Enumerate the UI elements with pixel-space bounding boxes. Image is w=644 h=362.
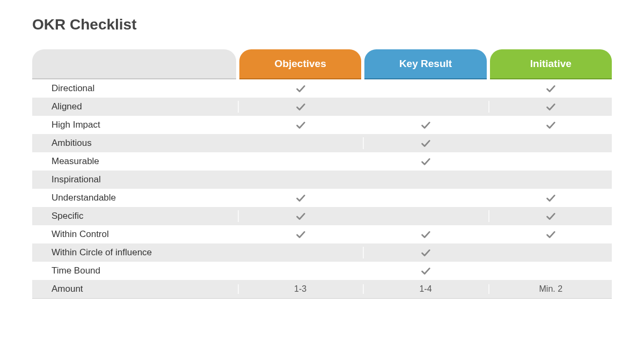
header-keyresult: Key Result [364,49,486,79]
row-label: Ambitious [32,138,236,149]
cell-initiative [490,228,612,240]
cell-objectives [239,119,361,131]
table-row: Directional [32,79,612,98]
cell-objectives [239,210,361,222]
row-label: Time Bound [32,265,236,276]
cell-initiative [490,119,612,131]
table-row: Measurable [32,152,612,171]
row-label: Aligned [32,101,236,112]
table-row: Within Control [32,225,612,243]
row-label: High Impact [32,120,236,130]
row-label: Within Circle of influence [32,247,236,258]
row-label: Measurable [32,156,236,167]
table-row: Understandable [32,189,612,207]
cell-keyresult [364,228,486,240]
cell-objectives [239,83,361,94]
row-label: Understandable [32,193,236,203]
table-row: Aligned [32,98,612,116]
cell-objectives: 1-3 [239,284,361,294]
page-title: OKR Checklist [32,16,612,33]
header-blank [32,49,236,79]
cell-initiative [490,83,612,94]
row-label: Amount [32,284,236,294]
row-label: Directional [32,83,236,94]
cell-initiative [490,192,612,204]
cell-initiative [490,101,612,113]
table-row: Time Bound [32,262,612,280]
cell-initiative: Min. 2 [490,284,612,294]
cell-keyresult [364,119,486,131]
table-row: Specific [32,207,612,225]
header-objectives: Objectives [239,49,361,79]
cell-keyresult [364,137,486,149]
cell-keyresult [364,247,486,258]
table-row: High Impact [32,116,612,134]
table-row: Inspirational [32,171,612,189]
table-row: Within Circle of influence [32,243,612,262]
cell-keyresult [364,265,486,277]
table-header: Objectives Key Result Initiative [32,49,612,79]
table-row: Ambitious [32,134,612,152]
header-initiative: Initiative [490,49,612,79]
cell-objectives [239,101,361,113]
cell-keyresult: 1-4 [364,284,486,294]
row-label: Within Control [32,229,236,240]
row-label: Specific [32,211,236,221]
row-label: Inspirational [32,174,236,185]
table-row: Amount1-31-4Min. 2 [32,280,612,298]
okr-table: Objectives Key Result Initiative Directi… [32,49,612,299]
cell-initiative [490,210,612,222]
cell-objectives [239,192,361,204]
cell-keyresult [364,156,486,167]
cell-objectives [239,228,361,240]
